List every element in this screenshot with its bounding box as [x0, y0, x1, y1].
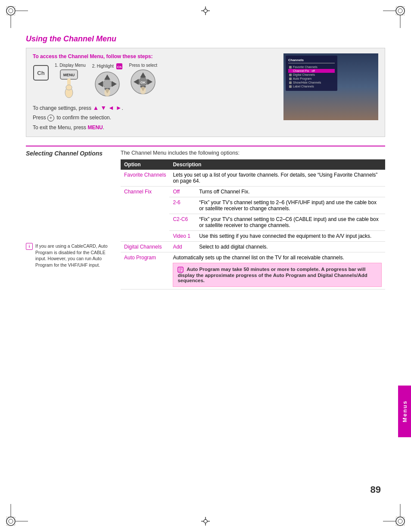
section2-title: Selecting Channel Options	[26, 150, 112, 157]
svg-text:Ch: Ch	[37, 70, 44, 76]
instruction-line3: To exit the Menu, press MENU.	[33, 124, 277, 131]
corner-decoration-bl	[4, 502, 30, 528]
tv-menu-item-1: Channel Fix off	[288, 69, 335, 73]
sub-2-6: 2-6	[169, 197, 196, 214]
svg-text:MENU: MENU	[63, 73, 75, 77]
tv-menu-item-0: Favorite Channels	[288, 65, 335, 69]
auto-program-note: Auto Program may take 50 minutes or more…	[173, 263, 382, 287]
arrow-symbols: ▲ ▼ ◄ ►	[93, 104, 121, 111]
tv-screen-image: Channels Favorite Channels Channel Fix o…	[283, 53, 378, 120]
left-column: Selecting Channel Options i If you are u…	[26, 150, 112, 289]
instruction-right: Channels Favorite Channels Channel Fix o…	[283, 53, 378, 120]
tv-menu-item-4: Show/Hide Channels	[288, 81, 335, 84]
option-auto-program: Auto Program	[121, 252, 169, 289]
instruction-box: To access the Channel Menu, follow these…	[26, 48, 385, 137]
option-favorite-channels: Favorite Channels	[121, 170, 169, 187]
channel-icon-wrapper: Ch	[33, 65, 49, 81]
svg-point-22	[204, 520, 207, 523]
instruction-left: To access the Channel Menu, follow these…	[33, 53, 277, 131]
tv-menu-dot-4	[289, 81, 292, 84]
svg-point-9	[6, 517, 15, 526]
svg-point-5	[396, 6, 405, 15]
access-title: To access the Channel Menu, follow these…	[33, 53, 277, 59]
sub-video1: Video 1	[169, 231, 196, 242]
section-divider	[26, 146, 385, 146]
svg-point-13	[396, 517, 405, 526]
main-content: Using the Channel Menu To access the Cha…	[26, 34, 385, 498]
option-channel-fix: Channel Fix	[121, 187, 169, 242]
tv-menu-item-2: Digital Channels	[288, 73, 335, 77]
table-header-row: Option Description	[121, 159, 385, 170]
instruction-line2: Press + to confirm the selection.	[33, 114, 277, 121]
col-description: Description	[169, 159, 385, 170]
svg-point-33	[66, 85, 72, 90]
menus-tab: Menus	[398, 386, 411, 437]
section-selecting-channel-options: Selecting Channel Options i If you are u…	[26, 150, 385, 289]
sub-off: Off	[169, 187, 196, 197]
sub-add: Add	[169, 242, 196, 252]
step3-label: Press to select	[129, 63, 158, 68]
svg-point-14	[398, 519, 402, 523]
sidebar-note: i If you are using a CableCARD, Auto Pro…	[26, 243, 112, 268]
desc-2-6: “Fix” your TV’s channel setting to 2–6 (…	[196, 197, 385, 214]
svg-point-50	[140, 87, 146, 94]
crosshair-bottom	[201, 517, 210, 526]
channel-menu-intro: The Channel Menu includes the following …	[121, 150, 385, 156]
tv-menu-dot-2	[289, 74, 292, 76]
note-icon: i	[26, 243, 33, 250]
table-row-channel-fix: Channel Fix Off Turns off Channel Fix.	[121, 187, 385, 197]
sidebar-note-wrapper: i If you are using a CableCARD, Auto Pro…	[26, 243, 112, 268]
step2: 2. Highlight Ch	[92, 63, 123, 97]
tv-menu-dot-1	[289, 70, 292, 72]
dpad-illustration	[94, 71, 120, 97]
menu-keyword: MENU	[87, 124, 103, 131]
instruction-line1: To change settings, press ▲ ▼ ◄ ►.	[33, 103, 277, 112]
ok-button-illustration: OK	[130, 69, 156, 95]
section-using-channel-menu: Using the Channel Menu To access the Cha…	[26, 34, 385, 137]
desc-favorite-channels: Lets you set up a list of your favorite …	[169, 170, 385, 187]
steps-row: Ch 1. Display Menu MENU	[33, 63, 277, 99]
sub-c2-c6: C2-C6	[169, 214, 196, 231]
step1-label: 1. Display Menu	[55, 63, 86, 68]
desc-c2-c6: “Fix” your TV’s channel setting to C2–C6…	[196, 214, 385, 231]
tv-menu-header: Channels	[288, 58, 335, 63]
ok-confirm-icon: +	[47, 115, 54, 121]
corner-decoration-tr	[381, 4, 407, 30]
menus-tab-label: Menus	[402, 400, 408, 422]
section1-title: Using the Channel Menu	[26, 34, 385, 44]
svg-point-41	[103, 80, 112, 88]
svg-point-1	[9, 9, 13, 13]
table-row-auto-program: Auto Program Automatically sets up the c…	[121, 252, 385, 289]
tv-menu-dot-0	[289, 66, 292, 68]
highlight-icon: Ch	[116, 63, 123, 70]
col-option: Option	[121, 159, 169, 170]
svg-point-17	[204, 9, 207, 12]
instruction-text: To change settings, press ▲ ▼ ◄ ►. Press…	[33, 103, 277, 131]
svg-line-4	[14, 14, 22, 22]
channel-icon-svg: Ch	[33, 65, 49, 81]
svg-text:OK: OK	[140, 81, 146, 84]
svg-point-42	[104, 89, 110, 96]
svg-text:Ch: Ch	[117, 65, 121, 69]
corner-decoration-tl	[4, 4, 30, 30]
right-column: The Channel Menu includes the following …	[121, 150, 385, 289]
sidebar-note-text: If you are using a CableCARD, Auto Progr…	[35, 243, 112, 268]
desc-add: Select to add digital channels.	[196, 242, 385, 252]
tv-menu-dot-5	[289, 85, 292, 88]
tv-menu-item-3: Auto Program	[288, 77, 335, 81]
step3: Press to select OK	[129, 63, 158, 95]
table-row-favorite-channels: Favorite Channels Lets you set up a list…	[121, 170, 385, 187]
note-pencil-icon	[177, 267, 184, 273]
desc-auto-program: Automatically sets up the channel list o…	[169, 252, 385, 289]
svg-point-6	[398, 9, 402, 13]
options-table: Option Description Favorite Channels Let…	[121, 159, 385, 289]
tv-screen: Channels Favorite Channels Channel Fix o…	[283, 53, 378, 120]
tv-menu-item-5: Label Channels	[288, 84, 335, 88]
table-row-digital-channels: Digital Channels Add Select to add digit…	[121, 242, 385, 252]
desc-video1: Use this setting if you have connected t…	[196, 231, 385, 242]
step1: 1. Display Menu MENU	[55, 63, 86, 99]
desc-off: Turns off Channel Fix.	[196, 187, 385, 197]
crosshair-top	[201, 6, 210, 15]
corner-decoration-br	[381, 502, 407, 528]
svg-point-10	[9, 519, 13, 523]
